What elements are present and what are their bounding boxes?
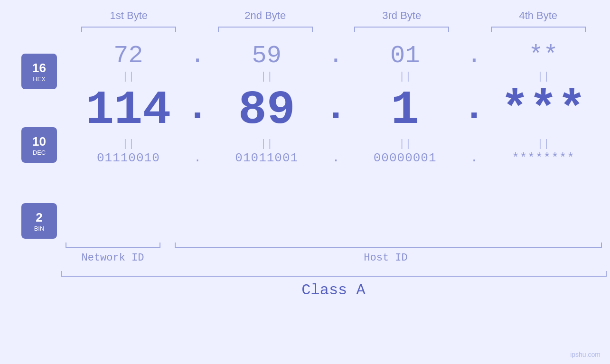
- hex-b1: 72: [113, 42, 143, 70]
- content-area: 16 HEX 10 DEC 2 BIN 72 .: [0, 39, 610, 239]
- hex-label: HEX: [33, 75, 46, 83]
- dec-b4: ***: [501, 84, 586, 137]
- eq2-b2: ||: [215, 138, 319, 150]
- top-brackets: [61, 27, 607, 32]
- labels-row: Network ID Host ID: [61, 252, 607, 264]
- hex-b3: 01: [390, 42, 420, 70]
- hex-badge: 16 HEX: [21, 54, 57, 89]
- hex-b4-cell: **: [491, 42, 596, 70]
- dec-b3-cell: 1: [353, 84, 457, 137]
- host-bracket: [175, 243, 602, 248]
- dec-b1-cell: 114: [76, 84, 180, 137]
- watermark: ipshu.com: [570, 351, 601, 358]
- hex-dot-3: .: [467, 42, 481, 70]
- equals-row-1: || || || ||: [62, 70, 610, 84]
- bracket-top-4: [491, 27, 586, 32]
- dec-row: 114 . 89 . 1 . ***: [62, 84, 610, 137]
- dec-badge: 10 DEC: [21, 127, 57, 163]
- hex-row: 72 . 59 . 01 . **: [62, 39, 610, 70]
- dec-b2: 89: [238, 84, 295, 137]
- hex-b2: 59: [252, 42, 282, 70]
- network-id-label: Network ID: [61, 252, 165, 264]
- hex-b3-cell: 01: [353, 42, 457, 70]
- eq1-b3: ||: [353, 71, 457, 83]
- hex-b1-cell: 72: [76, 42, 180, 70]
- hex-num: 16: [32, 61, 46, 75]
- byte-header-2: 2nd Byte: [213, 9, 318, 22]
- eq1-b4: ||: [491, 71, 596, 83]
- bin-b1: 01110010: [97, 151, 160, 165]
- hex-dot-2: .: [328, 42, 343, 70]
- eq2-b4: ||: [491, 138, 596, 150]
- byte-headers: 1st Byte 2nd Byte 3rd Byte 4th Byte: [61, 9, 607, 22]
- bin-b3: 00000001: [374, 151, 437, 165]
- bin-b4-cell: ********: [491, 151, 596, 165]
- dec-dot-2: .: [328, 89, 343, 132]
- byte-header-1: 1st Byte: [76, 9, 181, 22]
- bin-b1-cell: 01110010: [76, 151, 180, 165]
- bin-b3-cell: 00000001: [353, 151, 457, 165]
- main-container: 1st Byte 2nd Byte 3rd Byte 4th Byte 16 H…: [0, 0, 610, 364]
- dec-dot-1: .: [190, 89, 205, 132]
- dec-b4-cell: ***: [491, 84, 596, 137]
- bin-b4: ********: [512, 151, 575, 165]
- bin-label: BIN: [34, 225, 45, 232]
- bin-dot-1: .: [190, 151, 205, 165]
- eq1-b1: ||: [76, 71, 180, 83]
- bin-badge: 2 BIN: [21, 203, 57, 239]
- host-id-label: Host ID: [165, 252, 607, 264]
- bottom-section: Network ID Host ID: [61, 243, 607, 264]
- bracket-top-3: [354, 27, 449, 32]
- class-label: Class A: [61, 281, 607, 299]
- bracket-top-1: [81, 27, 176, 32]
- hex-dot-1: .: [190, 42, 205, 70]
- byte-header-4: 4th Byte: [486, 9, 591, 22]
- hex-b4: **: [528, 42, 558, 70]
- dec-label: DEC: [33, 149, 46, 156]
- equals-row-2: || || || ||: [62, 137, 610, 151]
- base-labels: 16 HEX 10 DEC 2 BIN: [0, 39, 62, 239]
- dec-dot-3: .: [467, 89, 481, 132]
- bin-dot-2: .: [328, 151, 343, 165]
- values-grid: 72 . 59 . 01 . **: [62, 39, 610, 165]
- eq2-b3: ||: [353, 138, 457, 150]
- dec-num: 10: [32, 134, 46, 149]
- dec-b1: 114: [85, 84, 171, 137]
- byte-header-3: 3rd Byte: [349, 9, 454, 22]
- class-row: Class A: [61, 271, 607, 299]
- eq2-b1: ||: [76, 138, 180, 150]
- class-bracket: [61, 271, 607, 277]
- network-bracket: [66, 243, 160, 248]
- bin-dot-3: .: [467, 151, 481, 165]
- dec-b3: 1: [391, 84, 419, 137]
- eq1-b2: ||: [215, 71, 319, 83]
- bin-row: 01110010 . 01011001 . 00000001 .: [62, 151, 610, 165]
- dec-b2-cell: 89: [215, 84, 319, 137]
- hex-b2-cell: 59: [215, 42, 319, 70]
- bracket-top-2: [218, 27, 313, 32]
- bottom-brackets-row: [61, 243, 607, 248]
- bin-b2-cell: 01011001: [215, 151, 319, 165]
- bin-num: 2: [36, 210, 42, 225]
- bin-b2: 01011001: [235, 151, 298, 165]
